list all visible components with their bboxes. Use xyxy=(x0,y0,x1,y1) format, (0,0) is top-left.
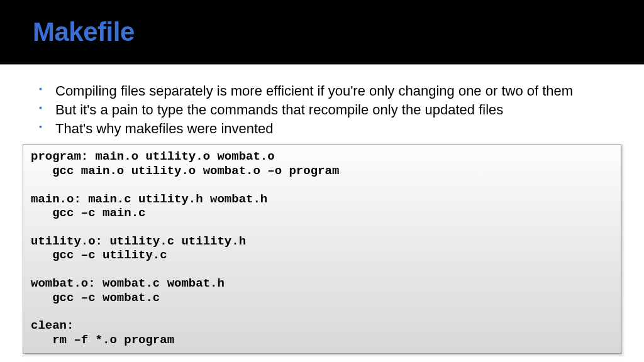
bullet-item: Compiling files separately is more effic… xyxy=(33,82,611,100)
slide-header: Makefile xyxy=(0,0,644,65)
bullet-item: But it's a pain to type the commands tha… xyxy=(33,101,611,119)
slide-content: Compiling files separately is more effic… xyxy=(0,65,644,354)
code-block: program: main.o utility.o wombat.o gcc m… xyxy=(23,144,621,354)
bullet-list: Compiling files separately is more effic… xyxy=(33,82,611,138)
bullet-item: That's why makefiles were invented xyxy=(33,120,611,138)
slide-title: Makefile xyxy=(33,17,135,47)
